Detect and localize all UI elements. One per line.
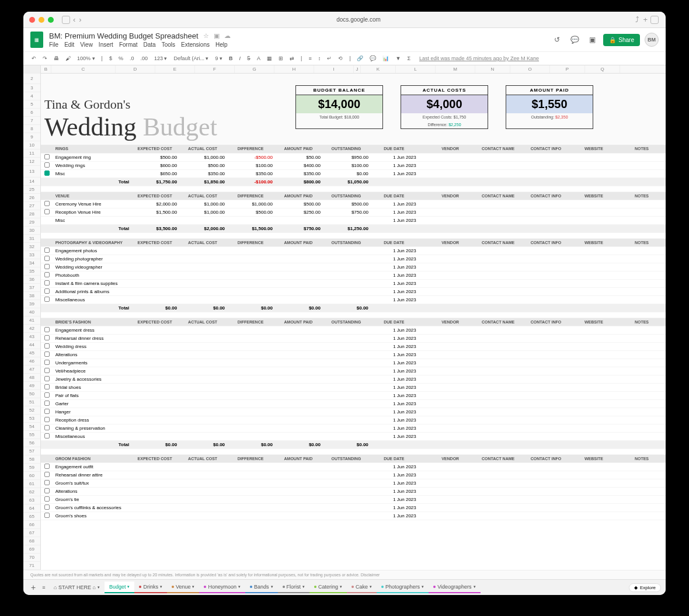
row-num[interactable]: 8 [23,125,40,133]
col-header[interactable]: H [274,65,314,73]
valign-icon[interactable]: ↕ [316,54,323,62]
col-header[interactable]: M [436,65,475,73]
table-row[interactable]: Pair of flats 1 Jun 2023 [41,391,666,399]
checkbox-icon[interactable] [44,464,50,469]
minimize-icon[interactable] [39,17,44,23]
table-row[interactable]: Reception dress 1 Jun 2023 [41,416,666,424]
row-num[interactable]: 52 [23,406,40,415]
row-num[interactable]: 57 [23,447,40,455]
table-row[interactable]: Engagement photos 1 Jun 2023 [41,246,666,255]
sheets-logo-icon[interactable]: ▦ [30,32,43,48]
table-row[interactable]: Engagement dress 1 Jun 2023 [41,326,666,334]
col-header[interactable]: B [41,65,51,73]
row-num[interactable]: 71 [23,562,40,570]
menu-format[interactable]: Format [119,41,138,48]
sheet-tab[interactable]: Bands ▾ [245,582,278,593]
row-num[interactable]: 11 [23,149,40,158]
format-select[interactable]: 123 ▾ [152,54,170,62]
row-num[interactable]: 64 [23,504,40,513]
sheets-menu-icon[interactable]: ≡ [39,584,49,590]
row-num[interactable]: 37 [23,284,40,292]
table-row[interactable]: Misc 1 Jun 2023 [41,216,666,224]
checkbox-icon[interactable] [44,409,50,414]
checkbox-icon[interactable] [44,201,50,206]
col-header[interactable]: Q [585,65,620,73]
row-num[interactable]: 5 [23,100,40,109]
row-num[interactable]: 46 [23,357,40,366]
row-num[interactable]: 43 [23,333,40,341]
table-row[interactable]: Wedding videographer 1 Jun 2023 [41,263,666,271]
checkbox-icon[interactable] [44,162,50,168]
col-header[interactable]: G [235,65,274,73]
col-header[interactable]: L [396,65,436,73]
row-num[interactable]: 68 [23,537,40,545]
checkbox-icon[interactable] [44,425,50,430]
row-num[interactable]: 35 [23,267,40,276]
table-row[interactable]: Engagement ring $500.00$1,000.00 -$500.0… [41,153,666,161]
tabs-icon[interactable] [650,16,659,24]
checkbox-icon[interactable] [44,376,50,381]
table-row[interactable]: Veil/headpiece 1 Jun 2023 [41,367,666,375]
table-row[interactable]: Miscellaneous 1 Jun 2023 [41,295,666,304]
checkbox-icon[interactable] [44,513,50,518]
close-icon[interactable] [29,17,35,23]
meet-icon[interactable]: ▣ [586,33,598,46]
sheet-tab[interactable]: Budget ▾ [105,582,135,593]
row-num[interactable]: 65 [23,513,40,521]
checkbox-icon[interactable] [44,288,50,294]
menu-extensions[interactable]: Extensions [181,41,210,48]
row-num[interactable]: 2 [23,74,40,84]
row-num[interactable]: 33 [23,251,40,259]
table-row[interactable]: Bridal shoes 1 Jun 2023 [41,383,666,391]
merge-icon[interactable]: ⇄ [287,54,297,62]
col-header[interactable]: D [116,65,155,73]
table-row[interactable]: Alterations 1 Jun 2023 [41,487,666,495]
row-num[interactable]: 36 [23,276,40,284]
row-num[interactable]: 50 [23,390,40,398]
menu-view[interactable]: View [80,41,93,48]
maximize-icon[interactable] [48,17,54,23]
text-color-icon[interactable]: A [255,54,263,62]
row-num[interactable]: 69 [23,545,40,554]
checkbox-icon[interactable] [44,433,50,438]
row-num[interactable]: 7 [23,117,40,125]
row-num[interactable]: 29 [23,218,40,227]
comment-icon[interactable]: 💬 [367,54,378,62]
row-num[interactable]: 13 [23,166,40,178]
row-num[interactable]: 26 [23,194,40,202]
table-row[interactable]: Cleaning & preservation 1 Jun 2023 [41,424,666,432]
redo-icon[interactable]: ↷ [40,54,50,62]
cloud-icon[interactable]: ☁ [224,32,231,40]
forward-icon[interactable]: › [79,15,81,24]
currency-icon[interactable]: $ [107,54,114,62]
zoom-select[interactable]: 100% ▾ [75,54,98,62]
col-header[interactable]: P [550,65,585,73]
row-num[interactable]: 39 [23,300,40,308]
table-row[interactable]: Engagement outfit 1 Jun 2023 [41,462,666,471]
sheet-tab[interactable]: Cake ▾ [347,582,377,593]
table-row[interactable]: Rehearsal dinner attire 1 Jun 2023 [41,471,666,479]
col-header[interactable]: C [51,65,116,73]
add-sheet-button[interactable]: + [28,583,39,592]
row-num[interactable]: 55 [23,431,40,439]
sheet-tab[interactable]: ⌂ START HERE ⌂ ▾ [49,582,105,593]
rotate-icon[interactable]: ⟲ [336,54,345,62]
checkbox-icon[interactable] [44,351,50,357]
table-row[interactable]: Wedding rings $600.00$500.00 $100.00$400… [41,161,666,169]
table-row[interactable]: Reception Venue Hire $1,500.00$1,000.00 … [41,208,666,216]
table-row[interactable]: Groom's suit/tux 1 Jun 2023 [41,479,666,487]
row-num[interactable]: 41 [23,316,40,325]
table-row[interactable]: Alterations 1 Jun 2023 [41,350,666,359]
borders-icon[interactable]: ⊞ [276,54,286,62]
menu-tools[interactable]: Tools [162,41,175,48]
checkbox-icon[interactable] [44,488,50,493]
checkbox-icon[interactable] [44,327,50,332]
filter-icon[interactable]: ▼ [393,54,403,62]
checkbox-icon[interactable] [44,496,50,502]
checkbox-icon[interactable] [44,170,50,176]
menu-insert[interactable]: Insert [99,41,113,48]
row-num[interactable]: 27 [23,202,40,210]
checkbox-icon[interactable] [44,384,50,389]
row-num[interactable]: 48 [23,374,40,382]
checkbox-icon[interactable] [44,297,50,302]
